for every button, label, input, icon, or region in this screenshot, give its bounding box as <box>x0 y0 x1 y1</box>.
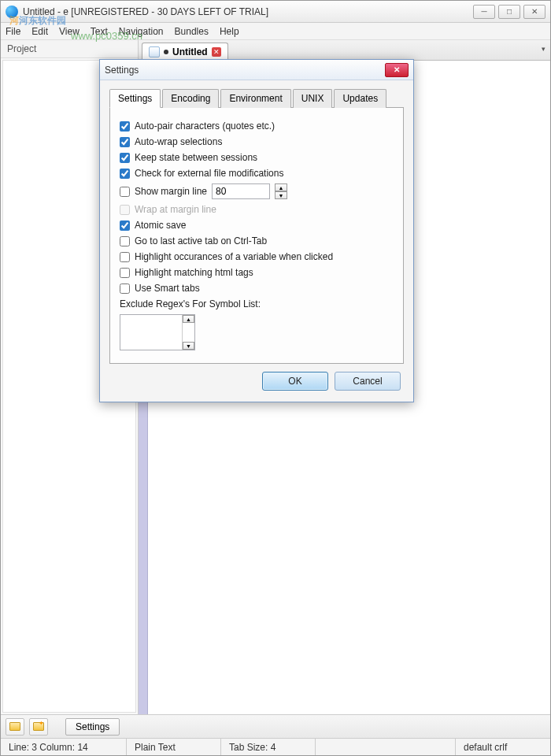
sidebar-header: Project <box>1 40 138 58</box>
label-smart-tabs: Use Smart tabs <box>135 283 200 294</box>
status-syntax[interactable]: Plain Text <box>127 739 221 755</box>
margin-value-input[interactable] <box>212 183 270 199</box>
folder-new-icon <box>33 722 44 731</box>
dialog-tabs: Settings Encoding Environment UNIX Updat… <box>109 88 404 108</box>
label-last-tab: Go to last active tab on Ctrl-Tab <box>135 235 267 246</box>
dirty-indicator-icon <box>164 50 168 54</box>
menu-bundles[interactable]: Bundles <box>175 26 209 37</box>
dialog-close-button[interactable]: ✕ <box>385 63 409 77</box>
checkbox-wrap-margin <box>120 205 130 215</box>
dialog-titlebar[interactable]: Settings ✕ <box>100 60 413 80</box>
status-position: Line: 3 Column: 14 <box>1 739 127 755</box>
label-highlight-html: Highlight matching html tags <box>135 267 253 278</box>
document-tab[interactable]: Untitled ✕ <box>142 43 228 60</box>
menu-file[interactable]: File <box>6 26 20 37</box>
menu-text[interactable]: Text <box>91 26 108 37</box>
tab-strip: Untitled ✕ ▾ <box>139 40 550 61</box>
dialog-buttons: OK Cancel <box>109 364 404 392</box>
menu-navigation[interactable]: Navigation <box>119 26 164 37</box>
label-atomic-save: Atomic save <box>135 220 186 231</box>
close-button[interactable]: ✕ <box>523 5 545 19</box>
bottom-toolbar: Settings <box>1 714 550 738</box>
status-spacer <box>316 739 456 755</box>
margin-spin-up[interactable]: ▲ <box>275 183 287 191</box>
app-icon <box>6 6 18 18</box>
settings-button[interactable]: Settings <box>65 718 120 736</box>
open-folder-button[interactable] <box>6 718 24 736</box>
folder-icon <box>9 722 20 731</box>
label-check-external: Check for external file modifications <box>135 168 283 179</box>
menu-view[interactable]: View <box>59 26 80 37</box>
margin-spin-down[interactable]: ▼ <box>275 191 287 199</box>
exclude-regex-list[interactable]: ▲ ▼ <box>120 314 195 350</box>
minimize-button[interactable]: ─ <box>473 5 495 19</box>
dialog-title: Settings <box>105 65 385 76</box>
label-auto-pair: Auto-pair characters (quotes etc.) <box>135 120 275 132</box>
menu-help[interactable]: Help <box>220 26 239 37</box>
checkbox-auto-pair[interactable] <box>120 121 130 132</box>
settings-dialog: Settings ✕ Settings Encoding Environment… <box>99 59 414 402</box>
label-wrap-margin: Wrap at margin line <box>135 204 216 215</box>
status-tabsize[interactable]: Tab Size: 4 <box>221 739 316 755</box>
checkbox-keep-state[interactable] <box>120 153 130 163</box>
tab-list-dropdown-icon[interactable]: ▾ <box>542 45 545 53</box>
tab-unix[interactable]: UNIX <box>293 89 333 108</box>
document-icon <box>149 46 160 57</box>
margin-spinner: ▲ ▼ <box>275 183 287 199</box>
checkbox-show-margin[interactable] <box>120 187 130 197</box>
exclude-scroll-up[interactable]: ▲ <box>183 315 194 323</box>
checkbox-check-external[interactable] <box>120 169 130 179</box>
checkbox-last-tab[interactable] <box>120 236 130 246</box>
label-exclude-regex: Exclude Regex's For Symbol List: <box>120 298 261 309</box>
checkbox-smart-tabs[interactable] <box>120 284 130 294</box>
label-keep-state: Keep state between sessions <box>135 152 257 163</box>
menubar: File Edit View Text Navigation Bundles H… <box>1 23 550 40</box>
checkbox-highlight-var[interactable] <box>120 252 130 262</box>
titlebar: Untitled - e [UNREGISTERED - 30 DAYS LEF… <box>1 1 550 23</box>
menu-edit[interactable]: Edit <box>31 26 48 37</box>
maximize-button[interactable]: □ <box>498 5 520 19</box>
tab-close-icon[interactable]: ✕ <box>212 47 221 57</box>
tab-settings[interactable]: Settings <box>109 89 161 108</box>
new-folder-button[interactable] <box>29 718 48 736</box>
tab-environment[interactable]: Environment <box>220 89 290 108</box>
label-auto-wrap: Auto-wrap selections <box>135 136 222 147</box>
tab-encoding[interactable]: Encoding <box>162 89 219 108</box>
exclude-scroll-down[interactable]: ▼ <box>183 342 194 350</box>
cancel-button[interactable]: Cancel <box>335 372 401 391</box>
dialog-body: Settings Encoding Environment UNIX Updat… <box>100 80 413 402</box>
status-encoding[interactable]: default crlf <box>456 739 550 755</box>
dialog-content: Auto-pair characters (quotes etc.) Auto-… <box>109 108 404 364</box>
checkbox-atomic-save[interactable] <box>120 220 130 231</box>
checkbox-auto-wrap[interactable] <box>120 137 130 147</box>
ok-button[interactable]: OK <box>262 372 328 391</box>
statusbar: Line: 3 Column: 14 Plain Text Tab Size: … <box>1 738 550 755</box>
label-show-margin: Show margin line <box>135 186 207 197</box>
label-highlight-var: Highlight occurances of a variable when … <box>135 251 333 262</box>
tab-updates[interactable]: Updates <box>334 89 386 108</box>
document-tab-title: Untitled <box>172 46 208 57</box>
checkbox-highlight-html[interactable] <box>120 268 130 278</box>
window-title: Untitled - e [UNREGISTERED - 30 DAYS LEF… <box>23 6 473 17</box>
